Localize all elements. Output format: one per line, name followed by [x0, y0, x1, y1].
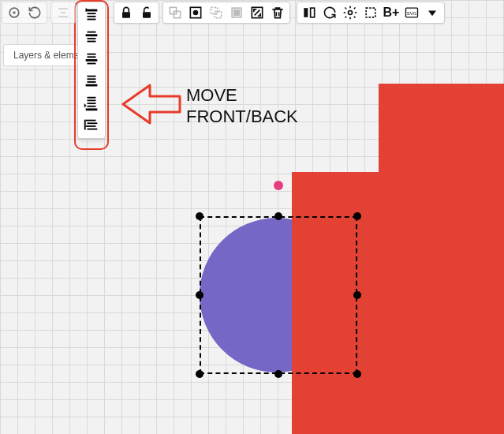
svg-rect-37: [88, 78, 96, 80]
rotation-handle[interactable]: [274, 181, 283, 190]
svg-rect-14: [234, 10, 240, 16]
svg-rect-39: [86, 84, 98, 87]
svg-rect-32: [88, 54, 96, 55]
svg-rect-3: [61, 12, 66, 13]
svg-rect-30: [88, 38, 96, 39]
zorder-send-backward[interactable]: [80, 70, 103, 92]
svg-point-10: [194, 11, 198, 15]
group-select-button[interactable]: [185, 2, 206, 23]
svg-rect-4: [58, 16, 68, 17]
svg-rect-43: [88, 106, 96, 107]
svg-rect-16: [304, 8, 308, 17]
svg-marker-45: [84, 103, 87, 108]
bold-plus-button[interactable]: B+: [381, 2, 401, 23]
zorder-send-behind-all[interactable]: [80, 114, 103, 137]
svg-rect-33: [88, 56, 96, 58]
svg-rect-49: [88, 129, 98, 130]
undo-redo-dropdown-button[interactable]: [4, 2, 24, 23]
flip-button[interactable]: [299, 2, 319, 23]
svg-text:SVG: SVG: [407, 11, 417, 16]
svg-rect-31: [88, 41, 96, 43]
svg-rect-38: [88, 81, 96, 83]
svg-rect-42: [88, 103, 96, 104]
selection-box: [200, 216, 357, 374]
svg-rect-47: [88, 122, 98, 124]
svg-marker-22: [428, 11, 436, 17]
toolbar-group-history: [2, 2, 47, 24]
svg-rect-36: [88, 76, 96, 77]
group-button: [165, 2, 185, 23]
handle-e[interactable]: [353, 291, 361, 299]
toolbar-group-object: B+ SVG: [297, 2, 445, 24]
lock-button[interactable]: [116, 2, 136, 23]
svg-rect-44: [86, 108, 98, 110]
svg-rect-46: [86, 120, 96, 122]
toolbar-group-group: [162, 2, 290, 24]
group-mask-button: [226, 2, 247, 23]
refresh-button[interactable]: [24, 2, 45, 23]
ungroup-button: [206, 2, 226, 23]
svg-rect-19: [366, 8, 375, 17]
shape-red-rect-top[interactable]: [379, 84, 504, 178]
vertical-align-button: [53, 2, 73, 23]
resize-button[interactable]: [247, 2, 267, 23]
svg-point-1: [13, 11, 15, 13]
svg-rect-5: [122, 12, 130, 17]
bold-plus-label: B+: [383, 6, 400, 20]
svg-rect-35: [88, 63, 96, 65]
svg-rect-41: [88, 99, 96, 101]
more-dropdown-button[interactable]: [422, 2, 442, 23]
zorder-send-to-back[interactable]: [80, 92, 103, 114]
handle-nw[interactable]: [196, 212, 203, 220]
svg-rect-2: [58, 8, 68, 9]
svg-rect-6: [143, 12, 151, 17]
svg-rect-28: [88, 32, 96, 33]
svg-rect-34: [86, 59, 98, 62]
toolbar-group-lock: [114, 2, 159, 24]
crop-button[interactable]: [360, 2, 381, 23]
svg-rect-17: [311, 8, 315, 17]
handle-n[interactable]: [274, 212, 282, 220]
zorder-bring-forward[interactable]: [80, 26, 103, 48]
export-svg-button[interactable]: SVG: [401, 2, 422, 23]
handle-se[interactable]: [353, 370, 361, 378]
svg-rect-29: [86, 34, 98, 36]
settings-button[interactable]: [340, 2, 360, 23]
handle-s[interactable]: [274, 370, 282, 378]
layers-tab-label: Layers & eleme: [13, 50, 79, 61]
handle-sw[interactable]: [196, 370, 203, 378]
rotate-button[interactable]: [319, 2, 340, 23]
layers-tab[interactable]: Layers & eleme: [3, 44, 89, 66]
handle-w[interactable]: [196, 291, 203, 299]
unlock-button[interactable]: [136, 2, 157, 23]
svg-rect-40: [88, 97, 96, 99]
svg-point-18: [349, 11, 353, 15]
zorder-middle[interactable]: [80, 48, 103, 70]
selection-outline: [200, 216, 357, 374]
toolbar: B+ SVG: [0, 0, 504, 25]
delete-button[interactable]: [267, 2, 288, 23]
svg-rect-48: [86, 125, 96, 127]
svg-rect-50: [84, 120, 86, 130]
handle-ne[interactable]: [353, 212, 361, 220]
toolbar-group-valign: [50, 2, 76, 24]
